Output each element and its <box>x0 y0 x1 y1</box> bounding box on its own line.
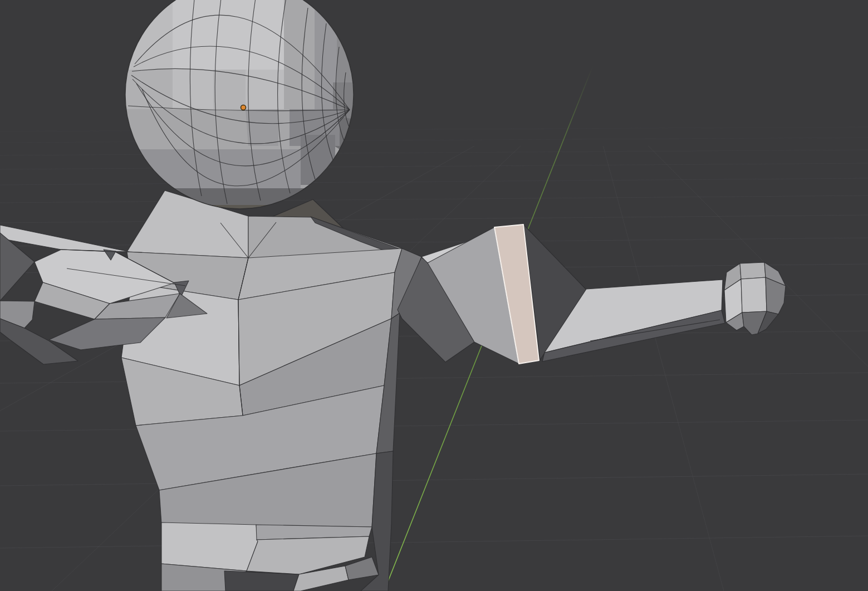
head-shade-facet <box>173 0 285 70</box>
fist-top-mid[interactable] <box>740 262 766 279</box>
object-origin-dot[interactable] <box>241 105 246 110</box>
hip-left-light[interactable] <box>161 522 258 571</box>
head-shade-facet <box>213 70 246 109</box>
blender-3d-viewport[interactable] <box>0 0 868 591</box>
leg-gap-dark[interactable] <box>224 571 299 591</box>
viewport-canvas[interactable] <box>0 0 868 591</box>
torso-group[interactable] <box>121 191 421 591</box>
head-shade-facet <box>284 0 315 109</box>
fist-front-mid[interactable] <box>741 277 767 312</box>
